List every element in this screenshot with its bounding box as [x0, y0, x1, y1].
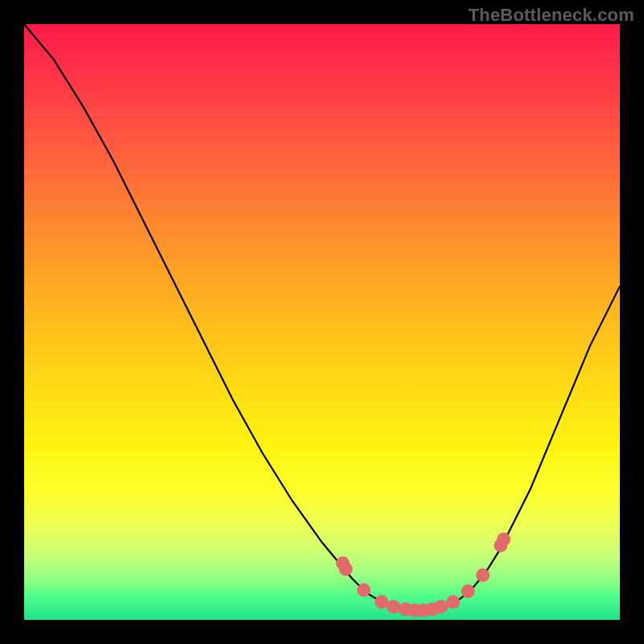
curve-marker [476, 568, 489, 582]
curve-marker [386, 600, 400, 613]
watermark-text: TheBottleneck.com [469, 5, 634, 26]
curve-marker [435, 600, 448, 613]
curve-marker [461, 584, 475, 598]
curve-markers [336, 533, 510, 617]
plot-area [24, 24, 620, 620]
curve-marker [339, 563, 353, 576]
curve-marker [375, 595, 389, 609]
curve-marker [497, 533, 510, 547]
chart-frame: TheBottleneck.com [0, 0, 644, 644]
curve-line [24, 24, 620, 611]
curve-marker [357, 584, 370, 597]
curve-marker [446, 595, 460, 609]
bottleneck-curve-svg [24, 24, 620, 620]
